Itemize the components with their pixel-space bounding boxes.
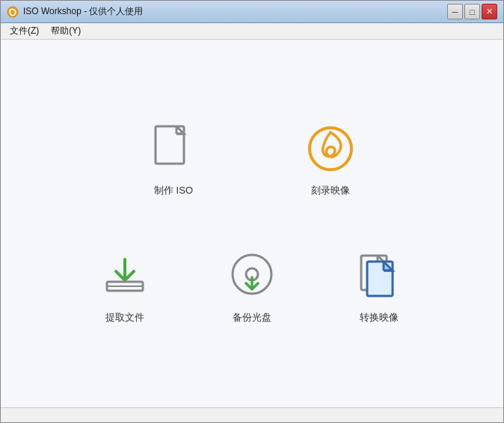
convert-image-label: 转换映像 (360, 311, 399, 324)
svg-rect-1 (156, 126, 184, 164)
burn-image-icon (304, 123, 357, 175)
extract-files-button[interactable]: 提取文件 (91, 242, 159, 332)
make-iso-label: 制作 ISO (154, 184, 193, 197)
convert-image-icon (353, 250, 405, 302)
minimize-button[interactable]: ─ (447, 4, 463, 19)
app-icon (7, 6, 19, 18)
burn-image-button[interactable]: 刻录映像 (297, 115, 364, 205)
make-iso-icon (147, 123, 200, 175)
menu-file[interactable]: 文件(Z) (4, 23, 45, 39)
make-iso-button[interactable]: 制作 ISO (140, 115, 207, 205)
close-button[interactable]: ✕ (482, 4, 497, 19)
top-row: 制作 ISO 刻录映像 (140, 115, 364, 205)
main-content: 制作 ISO 刻录映像 (1, 40, 503, 407)
menu-bar: 文件(Z) 帮助(Y) (1, 23, 503, 40)
maximize-button[interactable]: □ (464, 4, 480, 19)
burn-image-label: 刻录映像 (311, 184, 350, 197)
main-window: ISO Workshop - 仅供个人使用 ─ □ ✕ 文件(Z) 帮助(Y) (0, 0, 504, 423)
backup-disc-button[interactable]: 备份光盘 (218, 242, 286, 332)
bottom-row: 提取文件 备份光盘 (91, 242, 413, 332)
extract-files-icon (99, 250, 151, 302)
convert-image-button[interactable]: 转换映像 (345, 242, 413, 332)
window-controls: ─ □ ✕ (447, 4, 497, 19)
title-bar: ISO Workshop - 仅供个人使用 ─ □ ✕ (1, 1, 503, 23)
backup-disc-icon (226, 250, 278, 302)
backup-disc-label: 备份光盘 (233, 311, 271, 324)
window-title: ISO Workshop - 仅供个人使用 (23, 5, 443, 18)
menu-help[interactable]: 帮助(Y) (45, 23, 87, 39)
status-bar (1, 407, 503, 422)
extract-files-label: 提取文件 (105, 311, 144, 324)
